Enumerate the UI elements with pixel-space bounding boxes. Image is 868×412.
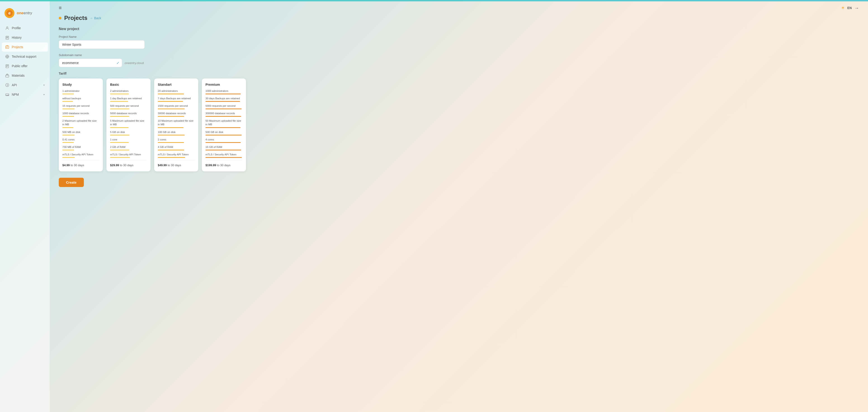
tariff-feature-standart-6: 2 cores: [158, 138, 195, 141]
tariff-feature-premium-0: 1000 administrators: [206, 89, 242, 93]
api-chevron-icon: ▾: [43, 84, 45, 87]
tariff-bar-study-8: [62, 157, 75, 158]
sidebar-item-npm[interactable]: npm NPM ▾: [2, 90, 48, 99]
project-name-input[interactable]: [59, 40, 145, 49]
tariff-bar-study-6: [62, 142, 74, 143]
sidebar-item-api[interactable]: API ▾: [2, 81, 48, 90]
project-name-group: Project Name: [59, 35, 859, 49]
sidebar-item-profile[interactable]: Profile: [2, 24, 48, 33]
create-button[interactable]: Create: [59, 178, 84, 187]
tariff-bar-standart-8: [158, 157, 185, 158]
sidebar-label-technical-support: Technical support: [12, 55, 36, 58]
subdomain-input[interactable]: [59, 59, 122, 67]
tariff-label: Tariff: [59, 72, 859, 75]
tariff-bar-study-3: [62, 116, 74, 117]
tariff-bar-standart-3: [158, 116, 184, 117]
tariff-feature-standart-8: mTLS / Security API Token: [158, 153, 195, 156]
tariff-card-basic[interactable]: Basic2 administrators1 day Backups are r…: [106, 79, 151, 171]
subdomain-check-icon: ✓: [116, 61, 119, 65]
tariff-bar-basic-7: [110, 150, 129, 150]
tariff-bar-premium-8: [206, 157, 242, 158]
public-offer-icon: [5, 64, 9, 68]
subdomain-input-wrap: ✓: [59, 59, 122, 67]
tariff-bar-premium-3: [206, 116, 241, 117]
theme-icon[interactable]: ☀: [841, 5, 845, 10]
sidebar-item-materials[interactable]: Materials: [2, 71, 48, 80]
sidebar-item-technical-support[interactable]: Technical support: [2, 52, 48, 61]
tariff-bar-basic-6: [110, 142, 129, 143]
tariff-feature-basic-0: 2 administrators: [110, 89, 147, 93]
tariff-grid: Study1 administratorwithout backups15 re…: [59, 79, 859, 171]
tariff-price-study: $4.99 to 30 days: [62, 160, 99, 167]
tariff-bar-premium-6: [206, 142, 241, 143]
sidebar-label-npm: NPM: [12, 93, 19, 96]
domain-suffix: .oneentry.cloud: [124, 61, 144, 65]
tariff-bar-premium-2: [206, 109, 242, 109]
tariff-bar-standart-1: [158, 101, 183, 102]
sidebar-item-history[interactable]: History: [2, 33, 48, 42]
top-header: ≡ ☀ EN →: [50, 1, 868, 14]
tariff-name-standart: Standart: [158, 83, 195, 86]
tariff-section: Tariff Study1 administratorwithout backu…: [59, 72, 859, 171]
materials-icon: [5, 73, 9, 78]
tariff-bar-study-1: [62, 101, 73, 102]
svg-text:e: e: [8, 11, 11, 16]
tariff-price-premium: $199.99 to 30 days: [206, 160, 242, 167]
logo-text: oneentry: [17, 11, 32, 16]
tariff-card-standart[interactable]: Standart20 administrators7 days Backups …: [154, 79, 198, 171]
tariff-feature-standart-0: 20 administrators: [158, 89, 195, 93]
back-link[interactable]: ← Back: [90, 16, 101, 20]
tariff-bar-standart-7: [158, 150, 184, 150]
subdomain-group: Subdomain name ✓ .oneentry.cloud: [59, 53, 859, 67]
page-title: Projects: [64, 14, 88, 22]
header-right: ☀ EN →: [841, 5, 859, 11]
tariff-bar-basic-4: [110, 127, 129, 128]
sidebar-item-public-offer[interactable]: Public offer: [2, 61, 48, 70]
technical-support-icon: [5, 54, 9, 59]
subdomain-row: ✓ .oneentry.cloud: [59, 59, 859, 67]
sidebar-label-public-offer: Public offer: [12, 64, 28, 68]
tariff-feature-study-5: 500 MB on disk: [62, 130, 99, 134]
tariff-bar-standart-6: [158, 142, 184, 143]
tariff-bar-study-2: [62, 109, 74, 109]
profile-icon: [5, 26, 9, 30]
npm-icon: npm: [5, 92, 9, 97]
svg-rect-4: [6, 36, 9, 39]
logout-icon[interactable]: →: [855, 5, 859, 11]
subdomain-label: Subdomain name: [59, 53, 859, 57]
tariff-feature-basic-7: 2 GB of RAM: [110, 145, 147, 149]
svg-rect-8: [6, 46, 9, 49]
svg-rect-17: [6, 65, 9, 68]
tariff-feature-study-4: 2 Maximum uploaded file size in MB: [62, 119, 99, 126]
section-title: New project: [59, 27, 859, 31]
tariff-feature-study-8: mTLS / Security API Token: [62, 153, 99, 156]
tariff-bar-premium-1: [206, 101, 240, 102]
tariff-card-study[interactable]: Study1 administratorwithout backups15 re…: [59, 79, 103, 171]
tariff-bar-basic-5: [110, 135, 129, 136]
tariff-bar-standart-5: [158, 135, 185, 136]
tariff-bar-standart-2: [158, 109, 185, 109]
tariff-name-study: Study: [62, 83, 99, 86]
tariff-card-premium[interactable]: Premium1000 administrators30 days Backup…: [202, 79, 246, 171]
tariff-feature-study-1: without backups: [62, 96, 99, 100]
tariff-name-basic: Basic: [110, 83, 147, 86]
tariff-bar-basic-8: [110, 157, 130, 158]
page-dot: [59, 17, 61, 20]
hamburger-button[interactable]: ≡: [59, 5, 62, 11]
sidebar-nav: Profile History: [0, 24, 50, 99]
tariff-feature-premium-3: 300000 database records: [206, 112, 242, 115]
tariff-feature-study-0: 1 administrator: [62, 89, 99, 93]
sidebar-label-api: API: [12, 83, 17, 87]
tariff-feature-study-2: 15 requests per second: [62, 104, 99, 108]
sidebar-item-projects[interactable]: Projects: [2, 42, 48, 52]
svg-text:npm: npm: [6, 94, 9, 96]
tariff-bar-premium-5: [206, 135, 242, 136]
tariff-feature-study-7: 730 MB of RAM: [62, 145, 99, 149]
tariff-bar-study-0: [62, 94, 74, 94]
language-selector[interactable]: EN: [847, 6, 852, 10]
svg-point-3: [6, 27, 8, 28]
page-title-row: Projects ← Back: [59, 14, 859, 22]
project-name-label: Project Name: [59, 35, 859, 38]
tariff-feature-standart-3: 30000 database records: [158, 112, 195, 115]
tariff-bar-premium-4: [206, 127, 241, 128]
